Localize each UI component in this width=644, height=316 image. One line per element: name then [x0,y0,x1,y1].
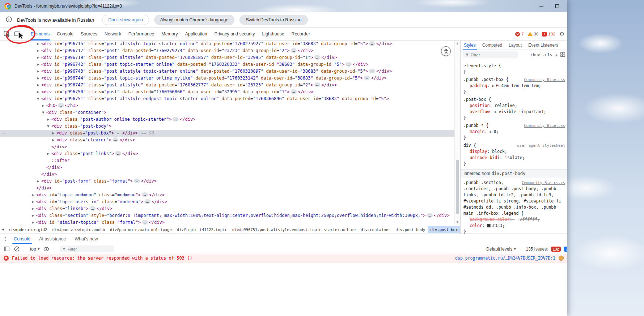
element-classes-button[interactable]: .cls [543,52,552,57]
rule-selector[interactable]: #setmods dd, .punbb .info-box, .punbb [463,204,556,210]
scroll-up-icon[interactable]: ▲ [455,42,460,45]
settings-gear-icon[interactable]: ⚙ [560,31,564,37]
expand-arrow-icon[interactable]: ▶ [47,150,51,157]
collapse-arrow-icon[interactable]: ▼ [37,95,41,102]
expand-arrow-icon[interactable]: ▶ [42,102,46,109]
tree-element-row[interactable]: ▶<div class="post-box">…</div>== $0 [0,130,454,137]
rule-selector[interactable]: element.style { [463,63,501,69]
expand-arrow-icon[interactable]: ▶ [37,89,41,95]
live-expression-eye-icon[interactable] [43,245,50,253]
expand-children-button[interactable]: … [369,69,375,73]
console-sidebar-icon[interactable] [3,245,10,253]
rule-selector[interactable]: .punbb .section, [463,180,504,186]
stylesheet-link[interactable]: Community_B…e_cs.cs [522,180,565,186]
css-declaration[interactable]: margin: ▶0; [463,129,565,135]
css-declaration[interactable]: background-color: #ffffff; [463,217,565,223]
tree-element-row[interactable]: ▶<div id="p996717" class="post" data-pos… [0,47,454,54]
tree-element-row[interactable]: ▶<div class="section" style="border:0 !i… [0,212,454,219]
tree-closing-tag[interactable]: </div> [0,171,454,178]
css-declaration[interactable]: color: #333; [463,223,565,229]
tree-pseudo-element[interactable]: ::after [0,157,454,164]
console-error-message[interactable]: Failed to load resource: the server resp… [0,254,567,262]
expand-arrow-icon[interactable]: ▶ [32,192,36,198]
log-levels-selector[interactable]: Default levels▼ [486,247,516,252]
expand-arrow-icon[interactable]: ▶ [37,54,41,61]
more-tabs-icon[interactable]: ⋮ [1,234,9,244]
tree-element-row[interactable]: ▶<div id="p996750" class="post" data-pos… [0,89,454,95]
tab-application[interactable]: Application [181,28,211,40]
breadcrumb-item[interactable]: :ismoderator.gid2 [6,226,50,233]
tree-element-row[interactable]: ▶<div id="p996719" class="post altstyle"… [0,54,454,61]
stylesheet-link[interactable]: Community_Blue.css [524,77,565,83]
error-source-link[interactable]: dsp.programmatic.ru/…D%24%7BUSER_ID%7D:1 [455,256,555,261]
rule-selector[interactable]: .punbb * { [463,123,488,129]
tree-element-row[interactable]: ▶<div id="p996743" class="post altstyle … [0,68,454,75]
console-output-area[interactable] [0,262,567,316]
css-declaration[interactable]: display: block; [463,149,565,155]
rule-selector[interactable]: div { [463,142,476,149]
elements-scrollbar[interactable]: ▲ ▼ [454,40,460,225]
rule-selector[interactable]: .container, .punbb .post-body, .punbb [463,186,556,192]
expand-children-button[interactable]: … [115,131,121,135]
expand-arrow-icon[interactable]: ▶ [32,198,36,205]
tree-element-row[interactable]: ▶<div class="linksb">…</div> [0,205,454,212]
rule-selector[interactable]: .post-box { [463,97,491,103]
tree-element-row[interactable]: ▶<div id="similar-topics" class="formal"… [0,219,454,225]
expand-children-button[interactable]: … [90,206,96,211]
minimize-button[interactable] [534,0,548,12]
console-filter-input[interactable]: Filter [60,245,114,252]
computed-styles-grid-icon[interactable] [560,52,565,58]
expand-arrow-icon[interactable]: ▶ [37,178,41,185]
rule-selector[interactable]: main .info-box .legend { [463,210,524,217]
expand-arrow-icon[interactable]: ▶ [32,219,36,225]
tab-sources[interactable]: Sources [77,28,101,40]
warnings-badge[interactable]: 36 [528,32,539,36]
tree-element-row[interactable]: ▶<h3>…</h3> [0,102,454,109]
tree-element-row[interactable]: ▶<div id="p996715" class="post altstyle … [0,40,454,47]
toggle-element-state-button[interactable]: :hov [530,52,540,57]
expand-children-button[interactable]: … [291,48,297,53]
collapse-arrow-icon[interactable]: ▼ [47,123,51,130]
css-declaration[interactable]: unicode-bidi: isolate; [463,155,565,161]
stylesheet-link[interactable]: user agent stylesheet [517,142,565,149]
expand-arrow-icon[interactable]: ▶ [32,205,36,212]
titlebar[interactable]: DevTools - forum.mybb.ru/viewtopic.php?i… [0,0,567,12]
shorthand-expand-icon[interactable]: ▶ [495,109,499,115]
rule-selector[interactable]: links, .punbb td.tc2, .punbb td.tc3, [463,192,554,198]
new-style-rule-button[interactable]: + [555,52,558,57]
tree-closing-tag[interactable]: </div> [0,185,454,192]
issues-count-label[interactable]: 135 Issues: [526,247,548,252]
stylesheet-link[interactable]: Community_Blue.css [524,123,565,129]
expand-children-button[interactable]: … [144,199,151,204]
drawer-tab-what-s-new[interactable]: What's new [70,234,102,244]
breadcrumb-item[interactable]: div#pun-main.main.multipage [107,226,174,233]
clear-console-icon[interactable] [13,245,20,253]
expand-children-button[interactable]: … [364,76,370,80]
shorthand-expand-icon[interactable]: ▶ [490,129,493,135]
inspect-element-icon[interactable] [1,29,12,39]
issues-badge[interactable]: ! 132 [542,32,555,37]
tree-element-row[interactable]: ▼<div class="post-body"> [0,123,454,130]
tree-closing-tag[interactable]: </div> [0,144,454,150]
issues-count-badge[interactable]: 132 [551,247,561,252]
color-swatch[interactable] [515,218,518,221]
tab-console[interactable]: Console [53,28,77,40]
rule-selector[interactable]: #viewprofile li strong, #viewprofile li [463,198,561,204]
tree-element-row[interactable]: ▶<div id="topic-modmenu" class="modmenu"… [0,192,454,198]
expand-children-button[interactable]: … [115,151,121,156]
expand-arrow-icon[interactable]: ▶ [52,130,56,137]
sidebar-tab-event-listeners[interactable]: Event Listeners [525,40,562,50]
sidebar-tab-computed[interactable]: Computed [479,40,505,50]
expand-arrow-icon[interactable]: ▶ [37,40,41,47]
expand-children-button[interactable]: … [58,103,64,108]
collapse-arrow-icon[interactable]: ▼ [42,109,46,116]
expand-children-button[interactable]: … [346,62,352,67]
expand-children-button[interactable]: … [173,117,179,121]
sidebar-tab-styles[interactable]: Styles [461,40,479,50]
tab-performance[interactable]: Performance [125,28,158,40]
tree-element-row[interactable]: ▼<div id="p996751" class="post altstyle … [0,95,454,102]
expand-children-button[interactable]: … [134,179,140,183]
expand-children-button[interactable]: … [291,89,297,94]
tab-elements[interactable]: Elements [27,28,53,40]
expand-children-button[interactable]: … [142,192,148,197]
